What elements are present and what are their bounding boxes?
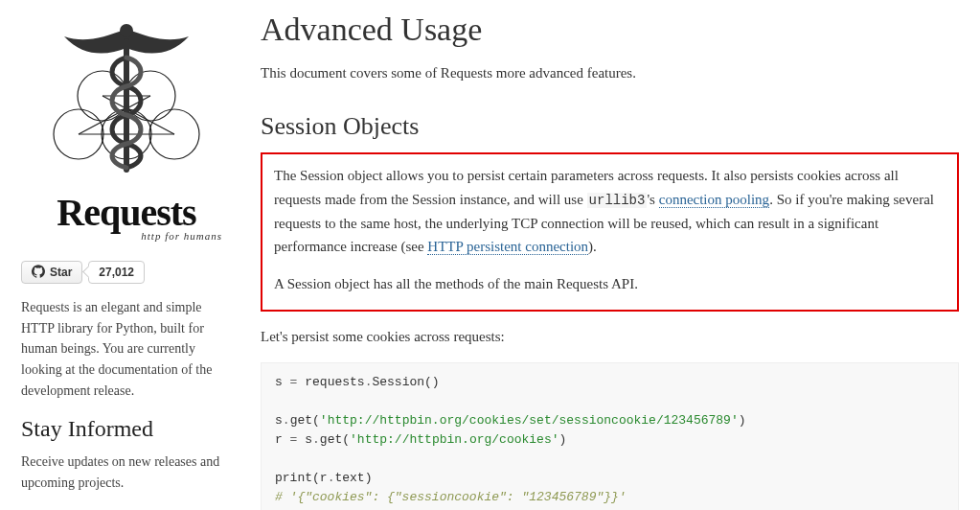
page-title: Advanced Usage: [261, 12, 959, 48]
svg-point-10: [120, 24, 133, 37]
link-http-persistent-connection[interactable]: HTTP persistent connection: [427, 239, 588, 255]
inline-code-urllib3: urllib3: [587, 193, 648, 208]
brand-name: Requests: [21, 194, 232, 232]
page-lead: This document covers some of Requests mo…: [261, 61, 959, 85]
github-icon: [32, 265, 45, 281]
github-star-label: Star: [50, 266, 72, 279]
logo-block: Requests http for humans: [21, 10, 232, 242]
session-para-3: Let's persist some cookies across reques…: [261, 325, 959, 349]
github-star-count[interactable]: 27,012: [88, 261, 145, 284]
code-example: s = requests.Session() s.get('http://htt…: [261, 362, 959, 510]
session-para-2: A Session object has all the methods of …: [274, 272, 946, 296]
github-star-widget: Star 27,012: [21, 261, 145, 284]
sidebar-intro: Requests is an elegant and simple HTTP l…: [21, 297, 232, 401]
main-content: Advanced Usage This document covers some…: [232, 0, 959, 510]
caduceus-icon: [21, 10, 232, 192]
stay-informed-heading: Stay Informed: [21, 416, 232, 442]
sidebar: Requests http for humans Star 27,012 Req…: [21, 0, 232, 510]
highlight-box: The Session object allows you to persist…: [261, 152, 959, 312]
session-para-1: The Session object allows you to persist…: [274, 164, 946, 259]
stay-informed-text: Receive updates on new releases and upco…: [21, 452, 232, 493]
github-star-button[interactable]: Star: [21, 261, 82, 284]
link-connection-pooling[interactable]: connection pooling: [659, 192, 769, 208]
section-heading-session-objects: Session Objects: [261, 112, 959, 141]
